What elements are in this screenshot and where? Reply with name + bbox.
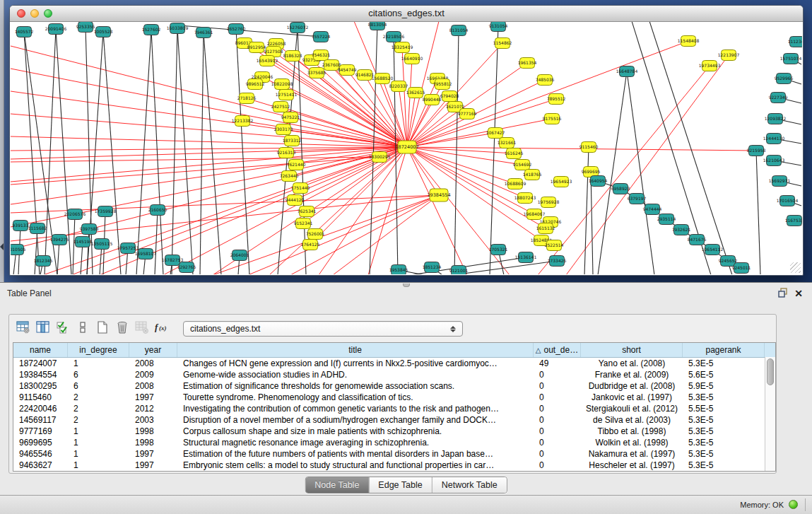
table-row[interactable]: 977716911998Corpus callosum shape and si… — [13, 426, 775, 437]
graph-node[interactable]: 2522514 — [545, 240, 564, 251]
table-cell[interactable]: 9463627 — [13, 460, 68, 471]
graph-node[interactable]: 12093822 — [765, 114, 787, 124]
table-cell[interactable]: 6 — [68, 380, 129, 392]
graph-edge[interactable] — [11, 147, 407, 182]
graph-node[interactable]: 10688609 — [505, 179, 526, 189]
graph-node[interactable]: 11548408 — [678, 36, 700, 47]
table-cell[interactable]: Jankovic et al. (1997) — [581, 392, 683, 403]
table-cell[interactable]: Corpus callosum shape and size in male p… — [177, 426, 534, 437]
table-cell[interactable]: 14569117 — [13, 414, 68, 426]
graph-node[interactable]: 9115460 — [579, 142, 599, 153]
table-cell[interactable]: 5.3E-5 — [683, 437, 765, 448]
graph-edge[interactable] — [591, 172, 593, 274]
table-cell[interactable]: 22420046 — [13, 403, 68, 414]
table-cell[interactable]: Estimation of the future numbers of pati… — [177, 448, 534, 460]
table-cell[interactable]: 0 — [534, 369, 581, 380]
graph-node[interactable]: 7955812 — [433, 79, 452, 90]
graph-node[interactable]: 7546321 — [312, 50, 331, 61]
graph-node[interactable]: 7625341 — [298, 206, 317, 217]
graph-node[interactable]: 13505115 — [91, 239, 113, 250]
graph-node[interactable]: 8454749 — [338, 65, 357, 76]
table-cell[interactable]: Yano et al. (2008) — [581, 358, 683, 369]
table-cell[interactable]: 2012 — [129, 403, 177, 414]
graph-node[interactable]: 9253356 — [76, 22, 95, 33]
graph-node[interactable]: 9152341 — [294, 218, 313, 229]
graph-node[interactable]: 1615132 — [536, 223, 555, 234]
table-cell[interactable]: 5.3E-5 — [683, 426, 765, 437]
table-cell[interactable]: Embryonic stem cells: a model to study s… — [177, 460, 534, 471]
table-cell[interactable]: Tourette syndrome. Phenomenology and cla… — [177, 392, 534, 403]
graph-node[interactable]: 6794028 — [440, 91, 459, 102]
graph-node[interactable]: 8813054 — [368, 22, 387, 30]
column-header-short[interactable]: short — [581, 343, 683, 357]
graph-node[interactable]: 1733426 — [548, 256, 567, 267]
graph-node[interactable]: 1953845 — [389, 265, 408, 275]
graph-edge[interactable] — [333, 195, 439, 274]
table-cell[interactable]: 1 — [68, 426, 129, 437]
close-panel-button[interactable]: ✕ — [792, 288, 805, 299]
table-cell[interactable]: 1 — [68, 460, 129, 471]
table-cell[interactable]: 5.3E-5 — [683, 460, 765, 471]
column-header-year[interactable]: year — [129, 343, 177, 357]
graph-node[interactable]: 9896512 — [246, 79, 265, 90]
table-cell[interactable]: 1997 — [129, 392, 177, 403]
column-header-in_degree[interactable]: in_degree — [68, 343, 129, 357]
graph-edge[interactable] — [454, 30, 459, 274]
table-cell[interactable]: Tibbo et al. (1998) — [581, 426, 683, 437]
graph-node[interactable]: 10654112 — [702, 245, 724, 255]
table-cell[interactable]: 1998 — [129, 426, 177, 437]
table-selector[interactable]: citations_edges.txt — [183, 321, 463, 337]
table-cell[interactable]: 18724007 — [13, 358, 68, 369]
table-cell[interactable]: Structural magnetic resonance image aver… — [177, 437, 534, 448]
delete-entries-button[interactable] — [112, 320, 132, 338]
column-header-out_de[interactable]: △out_de… — [534, 343, 581, 357]
graph-node[interactable]: 7557224 — [312, 32, 331, 42]
column-header-pagerank[interactable]: pagerank — [683, 343, 765, 357]
table-cell[interactable]: Nakamura et al. (1997) — [581, 448, 683, 460]
table-cell[interactable]: Franke et al. (2009) — [581, 369, 683, 380]
graph-edge[interactable] — [172, 28, 177, 274]
graph-node[interactable]: 9227349 — [769, 93, 788, 103]
graph-edge[interactable] — [11, 147, 407, 204]
table-cell[interactable]: 2008 — [129, 380, 177, 392]
table-cell[interactable]: 5.5E-5 — [683, 403, 765, 414]
table-cell[interactable]: 19384554 — [13, 369, 68, 380]
table-row[interactable]: 1872400712008Changes of HCN gene express… — [13, 358, 775, 369]
table-cell[interactable]: 2009 — [129, 369, 177, 380]
graph-edge[interactable] — [248, 195, 439, 274]
tab-network-table[interactable]: Network Table — [433, 477, 507, 493]
table-cell[interactable]: Estimation of significance thresholds fo… — [177, 380, 534, 392]
new-document-button[interactable] — [93, 320, 112, 338]
graph-node[interactable]: 1527602 — [142, 25, 161, 35]
table-cell[interactable]: 5.3E-5 — [683, 414, 765, 426]
table-cell[interactable]: 2 — [68, 392, 129, 403]
graph-edge[interactable] — [598, 71, 627, 274]
table-cell[interactable]: 1 — [68, 448, 129, 460]
table-cell[interactable]: Genome-wide association studies in ADHD. — [177, 369, 534, 380]
table-cell[interactable]: Wolkin et al. (1998) — [581, 437, 683, 448]
table-row[interactable]: 969969511998Structural magnetic resonanc… — [13, 437, 775, 448]
graph-node[interactable]: 1167533 — [785, 216, 802, 226]
graph-edge[interactable] — [11, 147, 407, 250]
graph-node[interactable]: 17359928 — [95, 206, 117, 217]
table-cell[interactable]: 5.3E-5 — [683, 358, 765, 369]
graph-node[interactable]: 2064001 — [230, 250, 249, 261]
graph-edge[interactable] — [490, 26, 498, 274]
table-cell[interactable]: 5.6E-5 — [683, 369, 765, 380]
table-cell[interactable]: Dudbridge et al. (2008) — [581, 380, 683, 392]
graph-node[interactable]: 7526001 — [306, 229, 325, 240]
table-cell[interactable]: 9777169 — [13, 426, 68, 437]
graph-edge[interactable] — [453, 261, 557, 274]
table-cell[interactable]: 0 — [534, 437, 581, 448]
table-cell[interactable]: 0 — [534, 403, 581, 414]
table-row[interactable]: 1830029562008Estimation of significance … — [13, 380, 775, 392]
graph-node[interactable]: 8215958 — [747, 146, 766, 156]
splitter-collapse-arrow-icon[interactable] — [0, 243, 4, 250]
graph-node[interactable]: 9444120 — [286, 195, 305, 206]
table-cell[interactable]: 2 — [68, 414, 129, 426]
table-cell[interactable]: 2008 — [129, 358, 177, 369]
table-cell[interactable]: 0 — [534, 448, 581, 460]
graph-node[interactable]: 12213382 — [232, 116, 254, 127]
graph-node[interactable]: 9121001 — [449, 266, 469, 275]
table-settings-button[interactable] — [13, 320, 33, 338]
